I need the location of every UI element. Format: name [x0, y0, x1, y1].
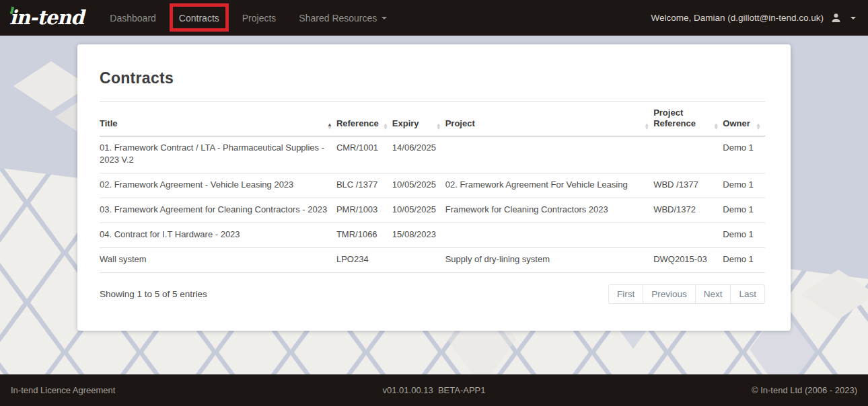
page-title: Contracts: [100, 69, 765, 87]
nav-item-shared-resources[interactable]: Shared Resources: [287, 0, 398, 36]
cell-expiry: [392, 247, 445, 272]
cell-title: 01. Framework Contract / LTA - Pharmaceu…: [100, 136, 336, 173]
table-row[interactable]: 02. Framework Agreement - Vehicle Leasin…: [100, 173, 765, 198]
table-header-row: Title ▲▼ Reference ▲▼ Expiry ▲▼: [100, 102, 765, 136]
cell-reference: PMR/1003: [336, 198, 392, 223]
column-header-project-reference[interactable]: Project Reference ▲▼: [653, 102, 723, 136]
welcome-text: Welcome, Damian (d.gillott@in-tend.co.uk…: [651, 13, 824, 23]
cell-expiry: 14/06/2025: [392, 136, 445, 173]
cell-project: [445, 136, 653, 173]
cell-owner: Demo 1: [723, 247, 765, 272]
footer-bar: In-tend Licence Agreement v01.01.00.13 B…: [0, 374, 868, 406]
pagination-previous-button[interactable]: Previous: [643, 284, 696, 304]
pagination: First Previous Next Last: [608, 284, 765, 304]
cell-owner: Demo 1: [723, 173, 765, 198]
cell-project-reference: WBD/1372: [653, 198, 723, 223]
sort-desc-icon: ▼: [327, 126, 332, 130]
column-header-owner[interactable]: Owner ▲▼: [723, 102, 765, 136]
chevron-down-icon: [851, 17, 856, 19]
table-row[interactable]: Wall system LPO234 Supply of dry-lining …: [100, 247, 765, 272]
copyright-text: © In-tend Ltd (2006 - 2023): [752, 385, 857, 395]
sort-desc-icon: ▼: [713, 126, 719, 130]
main-content: Contracts Title ▲▼ Reference: [0, 36, 868, 374]
cell-reference: BLC /1377: [336, 173, 392, 198]
logo-text: in-tend: [9, 6, 83, 29]
column-header-title[interactable]: Title ▲▼: [100, 102, 336, 136]
sort-desc-icon: ▼: [756, 126, 761, 130]
pagination-last-button[interactable]: Last: [730, 284, 765, 304]
cell-expiry: 15/08/2023: [392, 222, 445, 247]
cell-project-reference: [653, 222, 723, 247]
sort-desc-icon: ▼: [383, 126, 388, 130]
pagination-first-button[interactable]: First: [608, 284, 643, 304]
cell-owner: Demo 1: [723, 136, 765, 173]
table-row[interactable]: 01. Framework Contract / LTA - Pharmaceu…: [100, 136, 765, 173]
cell-project-reference: WBD /1377: [653, 173, 723, 198]
cell-project: 02. Framework Agreement For Vehicle Leas…: [445, 173, 653, 198]
sort-desc-icon: ▼: [644, 126, 649, 130]
cell-title: 03. Framework Agreement for Cleaning Con…: [100, 198, 336, 223]
chevron-down-icon: [382, 17, 387, 19]
top-nav-bar: in-tend Dashboard Contracts Projects Sha…: [0, 0, 868, 36]
cell-owner: Demo 1: [723, 198, 765, 223]
cell-expiry: 10/05/2025: [392, 173, 445, 198]
cell-project: Framework for Cleaning Contractors 2023: [445, 198, 653, 223]
table-footer: Showing 1 to 5 of 5 entries First Previo…: [100, 284, 765, 304]
nav-item-projects[interactable]: Projects: [231, 0, 288, 36]
nav-item-dashboard[interactable]: Dashboard: [98, 0, 168, 36]
cell-owner: Demo 1: [723, 222, 765, 247]
cell-reference: TMR/1066: [336, 222, 392, 247]
entries-summary: Showing 1 to 5 of 5 entries: [100, 289, 207, 299]
app-logo[interactable]: in-tend: [9, 8, 83, 28]
contracts-table: Title ▲▼ Reference ▲▼ Expiry ▲▼: [100, 102, 765, 273]
licence-agreement-link[interactable]: In-tend Licence Agreement: [11, 385, 115, 395]
version-text: v01.01.00.13 BETA-APP1: [383, 385, 486, 395]
cell-expiry: 10/05/2025: [392, 198, 445, 223]
column-header-reference[interactable]: Reference ▲▼: [336, 102, 392, 136]
table-row[interactable]: 03. Framework Agreement for Cleaning Con…: [100, 198, 765, 223]
pagination-next-button[interactable]: Next: [695, 284, 731, 304]
user-area: Welcome, Damian (d.gillott@in-tend.co.uk…: [651, 12, 856, 24]
user-icon: [830, 12, 842, 24]
cell-title: Wall system: [100, 247, 336, 272]
nav-item-contracts[interactable]: Contracts: [168, 0, 231, 36]
table-row[interactable]: 04. Contract for I.T Hardware - 2023 TMR…: [100, 222, 765, 247]
sort-desc-icon: ▼: [436, 126, 441, 130]
cell-project: [445, 222, 653, 247]
column-header-project[interactable]: Project ▲▼: [445, 102, 653, 136]
column-header-expiry[interactable]: Expiry ▲▼: [392, 102, 445, 136]
contracts-card: Contracts Title ▲▼ Reference: [77, 44, 791, 331]
user-menu-button[interactable]: [830, 12, 856, 24]
cell-title: 04. Contract for I.T Hardware - 2023: [100, 222, 336, 247]
main-nav: Dashboard Contracts Projects Shared Reso…: [98, 0, 398, 36]
cell-project: Supply of dry-lining system: [445, 247, 653, 272]
cell-project-reference: [653, 136, 723, 173]
cell-project-reference: DWQ2015-03: [653, 247, 723, 272]
cell-reference: LPO234: [336, 247, 392, 272]
cell-title: 02. Framework Agreement - Vehicle Leasin…: [100, 173, 336, 198]
cell-reference: CMR/1001: [336, 136, 392, 173]
